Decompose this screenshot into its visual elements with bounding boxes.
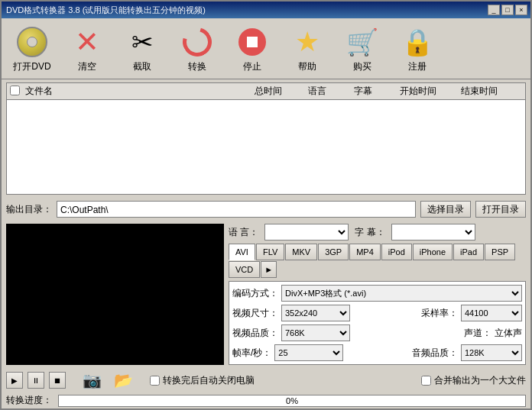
open-dvd-button[interactable]: 打开DVD xyxy=(6,21,58,76)
file-list: 文件名 总时间 语言 字幕 开始时间 结束时间 xyxy=(6,82,526,195)
merge-output-label[interactable]: 合并输出为一个大文件 xyxy=(421,374,526,387)
lang-sub-row: 语 言： 字 幕： xyxy=(229,224,526,241)
open-dvd-label: 打开DVD xyxy=(13,60,50,73)
output-row: 输出目录： C:\OutPath\ 选择目录 打开目录 xyxy=(2,198,530,221)
convert-icon xyxy=(179,24,216,60)
language-dropdown-wrap xyxy=(264,224,349,241)
video-quality-select[interactable]: 768K xyxy=(281,324,350,341)
col-end-time: 结束时间 xyxy=(461,85,522,98)
video-size-select[interactable]: 352x240 xyxy=(281,305,350,321)
codec-select[interactable]: DivX+MP3格式 (*.avi) xyxy=(281,285,522,302)
sample-rate-label: 采样率： xyxy=(421,307,458,320)
tab-avi[interactable]: AVI xyxy=(229,244,255,260)
audio-quality-label: 音频品质： xyxy=(412,347,458,360)
window-controls: _ □ × xyxy=(488,5,527,15)
progress-bar: 0% xyxy=(58,395,526,407)
tab-iphone[interactable]: iPhone xyxy=(413,244,453,260)
subtitle-dropdown-wrap xyxy=(391,224,475,241)
convert-label: 转换 xyxy=(188,60,206,73)
tab-mkv[interactable]: MKV xyxy=(285,244,317,260)
fps-row: 帧率/秒： 25 音频品质： 128K xyxy=(232,344,522,361)
file-list-header: 文件名 总时间 语言 字幕 开始时间 结束时间 xyxy=(7,83,525,100)
camera-icon[interactable]: 📷 xyxy=(83,371,102,389)
folder-open-icon[interactable]: 📂 xyxy=(114,371,133,389)
tab-psp[interactable]: PSP xyxy=(485,244,515,260)
dvd-icon xyxy=(14,24,50,60)
select-all-checkbox[interactable] xyxy=(10,86,20,95)
register-button[interactable]: 🔒 注册 xyxy=(391,21,443,76)
codec-label: 编码方式： xyxy=(232,287,278,300)
lock-icon: 🔒 xyxy=(399,24,436,60)
minimize-button[interactable]: _ xyxy=(488,5,500,15)
stop-icon xyxy=(234,24,271,60)
video-size-row: 视频尺寸： 352x240 采样率： 44100 xyxy=(232,305,522,321)
col-duration: 总时间 xyxy=(255,85,308,98)
auto-shutdown-checkbox[interactable] xyxy=(150,376,160,386)
bottom-controls: ▶ ⏸ ⏹ 📷 📂 转换完后自动关闭电脑 合并输出为一个大文件 xyxy=(2,368,530,392)
video-quality-row: 视频品质： 768K 声道： 立体声 xyxy=(232,324,522,341)
merge-output-checkbox[interactable] xyxy=(421,376,431,386)
fps-label: 帧率/秒： xyxy=(232,347,271,360)
clip-button[interactable]: ✂ 截取 xyxy=(116,21,168,76)
format-tabs: AVI FLV MKV 3GP MP4 iPod iPhone iPad PSP… xyxy=(229,244,526,278)
progress-row: 转换进度： 0% xyxy=(2,392,530,408)
preview-area xyxy=(6,224,224,365)
pause-button[interactable]: ⏸ xyxy=(28,372,44,389)
tab-mp4[interactable]: MP4 xyxy=(349,244,381,260)
file-list-body xyxy=(7,100,525,193)
stop-label: 停止 xyxy=(243,60,261,73)
scissors-icon: ✂ xyxy=(124,24,161,60)
stop-button[interactable]: 停止 xyxy=(226,21,278,76)
tab-ipad[interactable]: iPad xyxy=(453,244,484,260)
help-button[interactable]: ★ 帮助 xyxy=(281,21,333,76)
toolbar: 打开DVD ✕ 清空 ✂ 截取 转换 停止 xyxy=(2,18,530,79)
clear-button[interactable]: ✕ 清空 xyxy=(61,21,113,76)
audio-channel-value: 立体声 xyxy=(495,327,522,340)
settings-grid: 编码方式： DivX+MP3格式 (*.avi) 视频尺寸： 352x240 采… xyxy=(229,281,526,365)
convert-button[interactable]: 转换 xyxy=(171,21,223,76)
language-label: 语 言： xyxy=(229,226,258,239)
open-directory-button[interactable]: 打开目录 xyxy=(475,201,526,218)
tab-vcd[interactable]: VCD xyxy=(229,261,260,278)
language-select[interactable] xyxy=(264,224,349,241)
select-directory-button[interactable]: 选择目录 xyxy=(420,201,471,218)
col-language: 语言 xyxy=(308,85,354,98)
video-size-label: 视频尺寸： xyxy=(232,307,278,320)
buy-button[interactable]: 🛒 购买 xyxy=(336,21,388,76)
help-label: 帮助 xyxy=(298,60,316,73)
audio-quality-select[interactable]: 128K xyxy=(461,344,522,361)
tab-ipod[interactable]: iPod xyxy=(381,244,412,260)
stop-play-button[interactable]: ⏹ xyxy=(49,372,66,389)
tab-3gp[interactable]: 3GP xyxy=(318,244,349,260)
more-formats-button[interactable]: ► xyxy=(261,261,277,278)
clip-label: 截取 xyxy=(133,60,151,73)
fps-select[interactable]: 25 xyxy=(274,344,343,361)
progress-label: 转换进度： xyxy=(6,394,52,407)
video-quality-label: 视频品质： xyxy=(232,327,278,340)
subtitle-label: 字 幕： xyxy=(355,226,384,239)
col-subtitle: 字幕 xyxy=(354,85,400,98)
clear-label: 清空 xyxy=(78,60,96,73)
sample-rate-select[interactable]: 44100 xyxy=(461,305,522,321)
progress-text: 0% xyxy=(59,395,525,406)
play-button[interactable]: ▶ xyxy=(6,372,23,389)
register-label: 注册 xyxy=(408,60,427,73)
buy-label: 购买 xyxy=(353,60,371,73)
settings-panel: 语 言： 字 幕： AVI FLV MKV 3GP xyxy=(229,224,526,365)
main-window: DVD格式转换器 3.8 (试用版只能转换出五分钟的视频) _ □ × 打开DV… xyxy=(0,0,532,410)
col-start-time: 开始时间 xyxy=(400,85,461,98)
subtitle-select[interactable] xyxy=(391,224,475,241)
tab-flv[interactable]: FLV xyxy=(256,244,284,260)
maximize-button[interactable]: □ xyxy=(501,5,514,15)
star-icon: ★ xyxy=(289,24,326,60)
auto-shutdown-label[interactable]: 转换完后自动关闭电脑 xyxy=(150,374,255,387)
codec-row: 编码方式： DivX+MP3格式 (*.avi) xyxy=(232,285,522,302)
output-label: 输出目录： xyxy=(6,203,52,216)
clear-icon: ✕ xyxy=(69,24,105,60)
col-filename: 文件名 xyxy=(25,85,255,98)
close-button[interactable]: × xyxy=(515,5,527,15)
main-bottom: 语 言： 字 幕： AVI FLV MKV 3GP xyxy=(2,221,530,368)
audio-channel-label: 声道： xyxy=(464,327,491,340)
cart-icon: 🛒 xyxy=(344,24,381,60)
output-path[interactable]: C:\OutPath\ xyxy=(57,201,416,218)
